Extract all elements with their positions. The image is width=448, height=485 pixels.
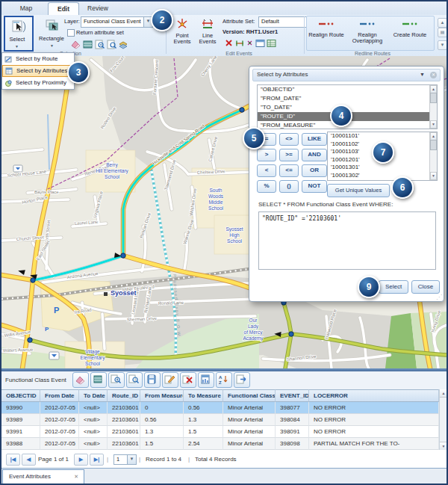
create-route-button[interactable]: Create Route — [391, 17, 429, 49]
report-button[interactable] — [198, 372, 214, 388]
get-unique-values-button[interactable]: Get Unique Values — [327, 184, 390, 197]
select-button[interactable]: Select ▼ — [4, 16, 34, 52]
dialog-resize-grip[interactable]: ⋰ — [436, 294, 442, 300]
operator-notequals-button[interactable]: <> — [279, 133, 299, 146]
operator-lessequal-button[interactable]: <= — [279, 164, 299, 177]
menu-item-select-by-attributes[interactable]: Select by Attributes — [2, 65, 74, 77]
column-header[interactable]: From Measure — [140, 389, 184, 402]
separator: | — [188, 456, 190, 463]
values-list-scrollbar[interactable]: ▲ ▼ — [429, 132, 437, 180]
dialog-close-button[interactable]: Close — [411, 280, 440, 294]
value-item[interactable]: '10001101' — [328, 132, 437, 140]
clear-selection-button[interactable] — [72, 372, 89, 388]
table-row[interactable]: 939902012-07-05<null>2210360100.56Minor … — [1, 402, 439, 414]
return-attribute-set-checkbox[interactable] — [67, 29, 75, 37]
tab-review[interactable]: Review — [81, 2, 115, 15]
column-header[interactable]: Functional Class — [223, 389, 276, 402]
select-table-icon — [84, 41, 92, 48]
dialog-select-button[interactable]: Select — [379, 280, 408, 294]
tab-map[interactable]: Map — [9, 2, 43, 15]
column-header[interactable]: EVENT_ID — [276, 389, 309, 402]
line-events-label: Line Events — [196, 33, 220, 45]
operator-parens-button[interactable]: () — [279, 180, 299, 193]
map-marker-icon[interactable] — [49, 352, 59, 359]
map-marker-icon[interactable] — [13, 165, 22, 172]
operator-and-button[interactable]: AND — [302, 149, 327, 161]
selection-tools-icons[interactable] — [70, 38, 133, 49]
zoom-to-selection-icon — [96, 40, 105, 49]
record-range-label: Record 1 to 4 — [146, 456, 181, 463]
field-item[interactable]: "FROM_DATE" — [258, 94, 437, 103]
value-item[interactable]: '10001302' — [328, 172, 437, 180]
delete-records-button[interactable] — [180, 372, 196, 388]
rectangle-dropdown-arrow-icon[interactable]: ▼ — [50, 43, 54, 48]
realign-overlapping-button[interactable]: Realign Overlapping — [346, 17, 388, 49]
place-label-syosset: Syosset — [111, 289, 137, 297]
layer-combobox[interactable]: Functional Class Event ▼ — [81, 16, 153, 28]
scroll-down-icon[interactable]: ▼ — [430, 120, 437, 129]
rectangle-button[interactable]: Rectangle ▼ — [36, 16, 67, 49]
column-header[interactable]: Route_ID — [108, 389, 140, 402]
save-edits-button[interactable] — [144, 372, 161, 388]
field-item[interactable]: "OBJECTID" — [258, 85, 437, 94]
table-row[interactable]: 939912012-07-05<null>221036011.31.5Minor… — [1, 426, 439, 438]
zoom-to-selected-button[interactable] — [108, 372, 125, 388]
select-records-button[interactable] — [90, 372, 107, 388]
column-header[interactable]: From Date — [40, 389, 79, 402]
page-size-select[interactable]: 1 ▼ — [113, 454, 137, 465]
realign-route-button[interactable]: Realign Route — [308, 17, 345, 49]
select-by-attributes-dialog: Select by Attributes ▼ ✕ "OBJECTID" "FRO… — [249, 66, 444, 302]
operator-or-button[interactable]: OR — [302, 164, 327, 177]
dialog-titlebar[interactable]: Select by Attributes ▼ ✕ — [252, 69, 441, 81]
scroll-up-icon[interactable]: ▲ — [440, 389, 447, 398]
edit-events-tools-icons[interactable] — [224, 37, 276, 49]
select-dropdown-arrow-icon[interactable]: ▼ — [15, 44, 19, 49]
operator-percent-button[interactable]: % — [257, 180, 276, 193]
table-row[interactable]: 939882012-07-05<null>221036011.52.54Mino… — [1, 438, 439, 450]
scroll-thumb[interactable] — [430, 93, 437, 103]
dialog-collapse-icon[interactable]: ▼ — [420, 69, 425, 80]
first-page-button[interactable]: |◀ — [6, 454, 20, 466]
column-header[interactable]: LOCERROR — [309, 389, 439, 402]
menu-item-select-by-proximity[interactable]: Select by Proximity — [2, 77, 74, 89]
scroll-down-icon[interactable]: ▼ — [440, 442, 447, 450]
svg-text:Middle: Middle — [208, 200, 223, 205]
operator-like-button[interactable]: LIKE — [302, 133, 327, 146]
line-events-button[interactable]: Line Events — [196, 16, 220, 51]
operator-greaterequal-button[interactable]: >= — [279, 149, 299, 161]
tab-event-attributes[interactable]: Event Attributes ✕ — [2, 469, 84, 484]
edit-attributes-button[interactable] — [162, 372, 178, 388]
export-button[interactable] — [234, 372, 250, 388]
ribbon-scroll-down-icon[interactable]: ▼ — [438, 40, 447, 50]
table-scrollbar[interactable]: ▲ ▼ — [439, 389, 447, 450]
ribbon-scroll-mid-icon[interactable]: ▤ — [438, 28, 447, 37]
pan-to-selected-button[interactable] — [126, 372, 143, 388]
tab-close-icon[interactable]: ✕ — [74, 470, 78, 484]
page-size-arrow-icon[interactable]: ▼ — [127, 455, 136, 464]
sql-expression-box[interactable]: "ROUTE_ID" ='22103601' — [258, 211, 436, 270]
dialog-close-icon[interactable]: ✕ — [430, 72, 437, 78]
menu-item-select-by-route[interactable]: Select by Route — [2, 53, 74, 65]
sort-button[interactable]: AZ — [216, 372, 232, 388]
column-header[interactable]: OBJECTID — [1, 389, 40, 402]
point-events-label: Point Events — [170, 33, 194, 45]
value-item[interactable]: '10001301' — [328, 164, 437, 172]
select-by-proximity-icon — [4, 79, 13, 87]
operator-not-button[interactable]: NOT — [302, 180, 327, 193]
scroll-down-icon[interactable]: ▼ — [430, 172, 437, 180]
operator-greater-button[interactable]: > — [257, 149, 276, 161]
ribbon-scroll-up-icon[interactable]: ▲ — [438, 18, 447, 28]
table-row[interactable]: 939892012-07-05<null>221036010.561.3Mino… — [1, 414, 439, 426]
scroll-thumb[interactable] — [430, 140, 437, 150]
column-header[interactable]: To Date — [79, 389, 108, 402]
attribute-set-label: Attribute Set: — [223, 18, 255, 25]
last-page-button[interactable]: ▶| — [90, 454, 104, 466]
prev-page-button[interactable]: ◀ — [22, 454, 36, 466]
tab-edit[interactable]: Edit — [48, 2, 79, 16]
point-events-button[interactable]: Point Events — [170, 16, 194, 51]
column-header[interactable]: To Measure — [184, 389, 223, 402]
next-page-button[interactable]: ▶ — [74, 454, 88, 466]
svg-text:Lady: Lady — [248, 324, 259, 330]
field-list-scrollbar[interactable]: ▲ ▼ — [429, 85, 437, 129]
operator-less-button[interactable]: < — [257, 164, 276, 177]
